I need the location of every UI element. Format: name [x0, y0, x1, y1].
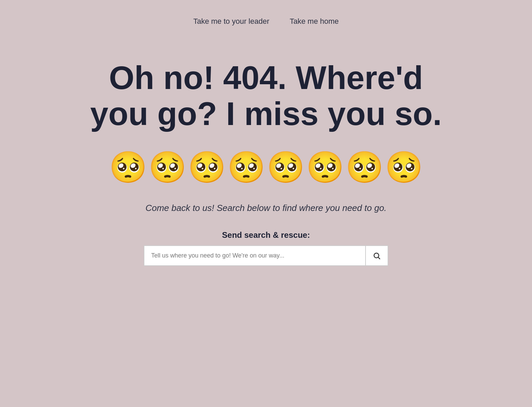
nav: Take me to your leader Take me home: [0, 0, 532, 39]
nav-link-leader[interactable]: Take me to your leader: [193, 17, 269, 26]
emoji-8: 🥺: [385, 152, 423, 182]
emoji-7: 🥺: [345, 152, 384, 182]
main-heading: Oh no! 404. Where'd you go? I miss you s…: [79, 60, 453, 131]
emoji-1: 🥺: [109, 152, 147, 182]
emoji-3: 🥺: [188, 152, 226, 182]
emoji-5: 🥺: [267, 152, 305, 182]
emoji-4: 🥺: [227, 152, 265, 182]
search-icon: [373, 252, 381, 260]
emoji-2: 🥺: [148, 152, 187, 182]
search-section: Send search & rescue:: [137, 230, 395, 266]
search-label: Send search & rescue:: [222, 230, 310, 240]
search-form: [144, 245, 388, 266]
page-wrapper: Take me to your leader Take me home Oh n…: [0, 0, 532, 407]
search-button[interactable]: [365, 246, 388, 265]
emoji-row: 🥺 🥺 🥺 🥺 🥺 🥺 🥺 🥺: [109, 152, 423, 182]
subtitle-text: Come back to us! Search below to find wh…: [145, 203, 387, 213]
svg-line-1: [378, 257, 380, 259]
nav-link-home[interactable]: Take me home: [290, 17, 339, 26]
emoji-6: 🥺: [306, 152, 344, 182]
search-input[interactable]: [144, 246, 365, 265]
